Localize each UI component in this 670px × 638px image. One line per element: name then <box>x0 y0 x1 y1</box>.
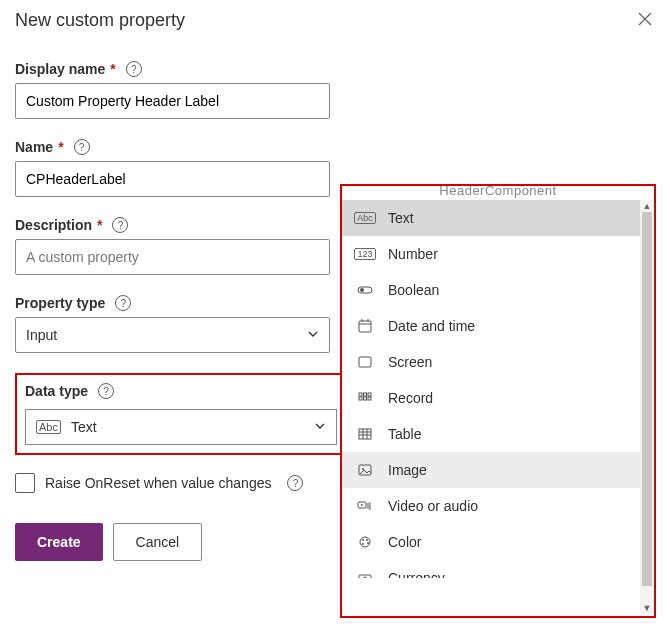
description-label: Description <box>15 217 92 233</box>
scroll-up-arrow[interactable]: ▲ <box>640 200 654 212</box>
dropdown-item-label: Table <box>388 426 421 442</box>
help-icon[interactable]: ? <box>98 383 114 399</box>
data-type-select[interactable]: Abc Text <box>25 409 337 445</box>
svg-point-22 <box>362 539 364 541</box>
svg-point-23 <box>366 539 368 541</box>
dropdown-partial-item: HeaderComponent <box>342 186 654 200</box>
raise-onreset-checkbox[interactable] <box>15 473 35 493</box>
required-indicator: * <box>97 217 102 233</box>
dropdown-item[interactable]: Screen <box>342 344 654 380</box>
help-icon[interactable]: ? <box>126 61 142 77</box>
svg-rect-8 <box>364 393 367 396</box>
color-icon <box>356 534 374 550</box>
property-type-label: Property type <box>15 295 105 311</box>
display-name-label: Display name <box>15 61 105 77</box>
svg-rect-7 <box>359 393 362 396</box>
table-icon <box>356 426 374 442</box>
dropdown-item-label: Text <box>388 210 414 226</box>
dropdown-item-label: Boolean <box>388 282 439 298</box>
name-label: Name <box>15 139 53 155</box>
scroll-down-arrow[interactable]: ▼ <box>640 602 654 614</box>
dropdown-item[interactable]: Table <box>342 416 654 452</box>
svg-point-21 <box>360 537 370 547</box>
dropdown-item-label: Screen <box>388 354 432 370</box>
text-icon: Abc <box>356 210 374 226</box>
dropdown-item[interactable]: AbcText <box>342 200 654 236</box>
data-type-dropdown: HeaderComponent AbcText123NumberBooleanD… <box>340 184 656 618</box>
dropdown-item[interactable]: Date and time <box>342 308 654 344</box>
text-icon: Abc <box>36 420 61 434</box>
help-icon[interactable]: ? <box>115 295 131 311</box>
name-input[interactable] <box>15 161 330 197</box>
dropdown-item[interactable]: Color <box>342 524 654 560</box>
description-input[interactable] <box>15 239 330 275</box>
dropdown-item[interactable]: 123Number <box>342 236 654 272</box>
svg-rect-13 <box>359 429 371 439</box>
dropdown-item-label: Video or audio <box>388 498 478 514</box>
media-icon <box>356 498 374 514</box>
display-name-input[interactable] <box>15 83 330 119</box>
chevron-down-icon <box>307 327 319 343</box>
currency-icon <box>356 570 374 578</box>
dropdown-item[interactable]: Boolean <box>342 272 654 308</box>
scroll-thumb[interactable] <box>642 212 652 586</box>
dropdown-item-label: Color <box>388 534 421 550</box>
dropdown-item[interactable]: Currency <box>342 560 654 578</box>
dropdown-item-label: Currency <box>388 570 445 578</box>
help-icon[interactable]: ? <box>74 139 90 155</box>
number-icon: 123 <box>356 246 374 262</box>
record-icon <box>356 390 374 406</box>
boolean-icon <box>356 282 374 298</box>
svg-rect-11 <box>364 397 367 400</box>
svg-rect-12 <box>368 397 371 400</box>
scrollbar[interactable]: ▲ ▼ <box>640 200 654 614</box>
dropdown-item-label: Image <box>388 462 427 478</box>
property-type-value: Input <box>26 327 57 343</box>
svg-rect-10 <box>359 397 362 400</box>
data-type-section: Data type ? Abc Text <box>15 373 350 455</box>
dropdown-item-label: Date and time <box>388 318 475 334</box>
required-indicator: * <box>110 61 115 77</box>
screen-icon <box>356 354 374 370</box>
datetime-icon <box>356 318 374 334</box>
svg-point-1 <box>360 288 364 292</box>
dropdown-item[interactable]: Video or audio <box>342 488 654 524</box>
create-button[interactable]: Create <box>15 523 103 561</box>
svg-rect-2 <box>359 321 371 332</box>
data-type-label: Data type <box>25 383 88 399</box>
data-type-value: Text <box>71 419 97 435</box>
raise-onreset-label: Raise OnReset when value changes <box>45 475 271 491</box>
image-icon <box>356 462 374 478</box>
property-type-select[interactable]: Input <box>15 317 330 353</box>
svg-point-25 <box>362 543 364 545</box>
svg-point-24 <box>367 542 369 544</box>
svg-point-27 <box>364 577 367 578</box>
chevron-down-icon <box>314 419 326 435</box>
dropdown-item-label: Number <box>388 246 438 262</box>
dropdown-item[interactable]: Record <box>342 380 654 416</box>
help-icon[interactable]: ? <box>112 217 128 233</box>
svg-rect-6 <box>359 357 371 367</box>
dropdown-item-label: Record <box>388 390 433 406</box>
dropdown-item[interactable]: Image <box>342 452 654 488</box>
required-indicator: * <box>58 139 63 155</box>
help-icon[interactable]: ? <box>287 475 303 491</box>
svg-rect-9 <box>368 393 371 396</box>
cancel-button[interactable]: Cancel <box>113 523 203 561</box>
dialog-title: New custom property <box>15 10 185 31</box>
close-button[interactable] <box>635 10 655 31</box>
